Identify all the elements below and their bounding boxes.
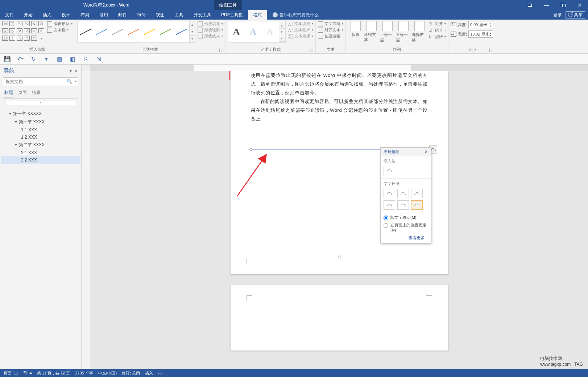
position-button[interactable]: 位置 — [348, 21, 363, 43]
minimize-button[interactable]: — — [538, 0, 555, 10]
edit-shape-button[interactable]: 编辑形状▾ — [47, 21, 73, 26]
qat-btn-4[interactable]: ⇲ — [95, 56, 102, 63]
nav-tab-results[interactable]: 结果 — [32, 90, 41, 98]
qat-btn-1[interactable]: ▦ — [56, 56, 63, 63]
status-section[interactable]: 节: 4 — [23, 370, 32, 376]
nav-item-ch1[interactable]: 第一章 XXXXX — [1, 110, 80, 118]
tab-layout[interactable]: 布局 — [75, 10, 94, 20]
status-track-changes[interactable]: 修订: 关闭 — [122, 370, 140, 376]
save-button[interactable]: 💾 — [4, 56, 11, 63]
tell-me-search[interactable]: 告诉我您想要做什么... — [267, 10, 322, 20]
gallery-more[interactable]: ▾ — [190, 36, 195, 42]
nav-dropdown[interactable]: ▾ — [70, 69, 72, 74]
nav-tab-pages[interactable]: 页面 — [18, 90, 27, 98]
wa-scroll-up[interactable]: ▴ — [279, 22, 285, 29]
layout-opt-behind[interactable] — [397, 200, 409, 210]
nav-item-21[interactable]: 2.1 XXX — [1, 149, 80, 156]
send-backward-button[interactable]: 下移一层 — [396, 21, 411, 43]
layout-pop-close[interactable]: ✕ — [425, 149, 428, 154]
nav-item-s1[interactable]: 第一节 XXXX — [1, 118, 80, 126]
tab-tools[interactable]: 工具 — [170, 10, 189, 20]
qat-customize[interactable]: ▾ — [43, 56, 50, 63]
shape-effects-button[interactable]: 形状效果▾ — [198, 33, 223, 39]
text-outline-button[interactable]: A文本轮廓▾ — [288, 27, 313, 33]
vertical-ruler[interactable] — [82, 65, 90, 369]
shape-outline-button[interactable]: 形状轮廓▾ — [198, 27, 223, 33]
text-fill-button[interactable]: A文本填充▾ — [288, 21, 313, 26]
status-insert-mode[interactable]: 插入 — [145, 370, 153, 376]
horizontal-ruler[interactable] — [90, 65, 588, 71]
layout-opt-through[interactable] — [411, 189, 423, 198]
tab-format[interactable]: 格式 — [248, 10, 267, 20]
wa-scroll-down[interactable]: ▾ — [279, 29, 285, 35]
nav-item-11[interactable]: 1.1 XXX — [1, 126, 80, 134]
status-page[interactable]: 页面: 11 — [4, 370, 18, 376]
wordart-launcher[interactable] — [310, 49, 313, 52]
shape-handle-left[interactable] — [249, 148, 252, 151]
contextual-tab-drawing-tools[interactable]: 绘图工具 — [214, 0, 242, 10]
qat-btn-2[interactable]: ◧ — [69, 56, 76, 63]
layout-opt-front[interactable] — [411, 200, 423, 210]
gallery-scroll-up[interactable]: ▴ — [190, 21, 195, 28]
text-direction-button[interactable]: 文字方向▾ — [318, 21, 343, 26]
tab-home[interactable]: 开始 — [19, 10, 38, 20]
document-page-12[interactable] — [231, 285, 448, 351]
wrap-text-button[interactable]: 环绕文字 — [364, 21, 379, 43]
close-button[interactable]: ✕ — [571, 0, 588, 10]
shape-fill-button[interactable]: 形状填充▾ — [198, 21, 223, 26]
align-button[interactable]: ⊞对齐▾ — [428, 21, 446, 26]
styles-launcher[interactable] — [219, 49, 223, 52]
sign-in-link[interactable]: 登录 — [553, 12, 562, 18]
layout-see-more[interactable]: 查看更多... — [381, 233, 431, 243]
text-effects-button[interactable]: A文本效果▾ — [288, 33, 313, 39]
share-button[interactable]: 共享 — [566, 11, 585, 19]
tab-developer[interactable]: 开发工具 — [189, 10, 216, 20]
search-icon[interactable]: 🔍 — [67, 79, 72, 84]
width-input[interactable]: 13.82 厘米▴▾ — [468, 30, 493, 38]
document-scroll[interactable]: 使用在需要位置出现的新按钮在 Word 中保存时间。若要更改图片适应文档的方式，… — [90, 71, 588, 369]
shapes-gallery[interactable]: ▭◯＼＼➘⬡ △◇↗⇗∩≡ ⬠{☆⊂⊃▾ — [2, 21, 45, 42]
nav-collapse-bar[interactable]: ⌃ — [5, 101, 76, 106]
tab-file[interactable]: 文件 — [0, 10, 19, 20]
create-link-button[interactable]: 创建链接 — [318, 33, 343, 39]
height-input[interactable]: 0.09 厘米▴▾ — [468, 21, 493, 28]
qat-btn-3[interactable]: ⎘ — [82, 56, 89, 63]
tab-pdf-tools[interactable]: PDF工具集 — [216, 10, 248, 20]
nav-item-22[interactable]: 2.2 XXX — [1, 156, 80, 164]
nav-item-12[interactable]: 1.2 XXX — [1, 134, 80, 141]
redo-button[interactable]: ↻ — [30, 56, 37, 63]
nav-item-s2[interactable]: 第二节 XXXX — [1, 141, 80, 149]
status-extra-icon[interactable]: ▭ — [158, 371, 162, 376]
wa-more[interactable]: ▾ — [279, 35, 285, 42]
group-button[interactable]: ⊡组合▾ — [428, 28, 446, 33]
layout-move-with-text[interactable]: 随文字移动(M) — [381, 214, 431, 221]
align-text-button[interactable]: 对齐文本▾ — [318, 27, 343, 33]
layout-opt-tight[interactable] — [397, 189, 409, 198]
text-box-button[interactable]: 文本框▾ — [47, 27, 73, 33]
bring-forward-button[interactable]: 上移一层 — [380, 21, 395, 43]
layout-opt-topbottom[interactable] — [384, 200, 395, 210]
layout-opt-inline[interactable] — [384, 166, 395, 175]
layout-opt-square[interactable] — [384, 189, 395, 198]
tab-review[interactable]: 审阅 — [132, 10, 151, 20]
undo-button[interactable]: ↶▾ — [17, 56, 24, 63]
nav-tab-headings[interactable]: 标题 — [4, 90, 13, 98]
selection-pane-button[interactable]: 选择窗格 — [412, 21, 427, 43]
search-dropdown[interactable]: ▾ — [75, 79, 77, 83]
layout-fixed-position[interactable]: 在页面上的位置固定(N) — [381, 221, 431, 233]
rotate-button[interactable]: ↻旋转▾ — [428, 34, 446, 40]
nav-close[interactable]: ✕ — [74, 69, 78, 74]
restore-button[interactable] — [555, 0, 571, 10]
tab-mailings[interactable]: 邮件 — [113, 10, 132, 20]
tab-view[interactable]: 视图 — [151, 10, 170, 20]
tab-insert[interactable]: 插入 — [38, 10, 57, 20]
size-launcher[interactable] — [489, 49, 493, 52]
ribbon-display-options[interactable] — [521, 0, 538, 10]
tab-references[interactable]: 引用 — [94, 10, 113, 20]
status-language[interactable]: 中文(中国) — [98, 370, 117, 376]
shape-style-gallery[interactable]: ▴▾▾ — [77, 21, 195, 43]
nav-search[interactable]: 🔍 ▾ — [3, 77, 78, 86]
status-page-of[interactable]: 第 11 页，共 12 页 — [37, 370, 70, 376]
status-word-count[interactable]: 2705 个字 — [75, 370, 93, 376]
tab-design[interactable]: 设计 — [57, 10, 75, 20]
